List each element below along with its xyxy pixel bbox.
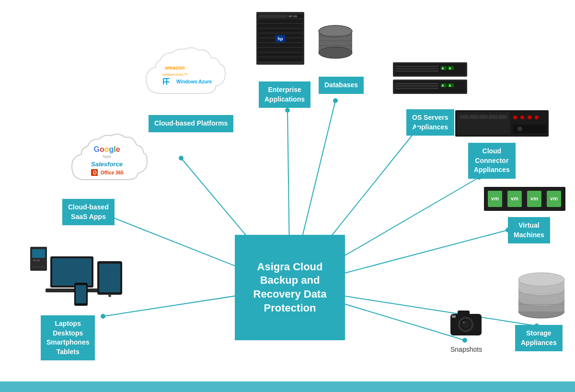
laptops-icon — [26, 237, 132, 316]
databases-icon — [316, 22, 355, 67]
enterprise-apps-dot — [285, 108, 290, 113]
svg-point-34 — [108, 294, 111, 297]
virtual-machines-icon: vm vm vm vm — [484, 187, 568, 215]
svg-text:A: A — [448, 67, 451, 70]
svg-rect-115 — [458, 311, 470, 316]
enterprise-apps-label: EnterpriseApplications — [259, 81, 310, 108]
svg-text:hp: hp — [278, 36, 283, 41]
svg-rect-31 — [46, 288, 98, 292]
storage-dot — [534, 323, 539, 328]
laptops-label: LaptopsDesktopsSmartphonesTablets — [41, 315, 95, 360]
svg-rect-49 — [288, 15, 292, 17]
svg-rect-13 — [164, 79, 166, 81]
cloud-saas-label: Cloud-basedSaaS Apps — [62, 199, 115, 225]
center-title: Asigra Cloud Backup and Recovery Data Pr… — [242, 260, 338, 315]
svg-text:vm: vm — [511, 196, 518, 201]
laptops-dot — [101, 314, 105, 319]
svg-rect-16 — [167, 82, 170, 85]
svg-rect-47 — [258, 58, 303, 61]
svg-point-119 — [463, 322, 465, 323]
svg-rect-25 — [32, 249, 45, 258]
svg-rect-33 — [99, 264, 120, 292]
svg-text:webservices™: webservices™ — [162, 72, 187, 77]
cloud-connector-label: CloudConnectorAppliances — [468, 143, 516, 179]
svg-rect-65 — [395, 70, 438, 72]
svg-point-55 — [319, 47, 352, 58]
svg-text:O: O — [93, 170, 97, 175]
databases-dot — [333, 98, 338, 103]
svg-point-118 — [462, 321, 470, 328]
svg-point-91 — [518, 127, 522, 131]
svg-rect-30 — [52, 258, 92, 286]
svg-rect-85 — [498, 115, 507, 119]
svg-text:Salesforce: Salesforce — [91, 161, 123, 168]
cloud-connector-icon — [455, 110, 551, 143]
svg-text:Office 365: Office 365 — [101, 170, 124, 175]
svg-point-56 — [319, 25, 352, 37]
svg-point-88 — [528, 115, 531, 119]
svg-rect-44 — [258, 43, 303, 47]
svg-rect-28 — [32, 266, 45, 268]
svg-rect-83 — [479, 115, 488, 119]
svg-rect-72 — [395, 83, 438, 84]
svg-rect-74 — [395, 88, 438, 89]
cloud-connector-dot — [477, 175, 482, 180]
svg-text:vm: vm — [530, 196, 538, 201]
svg-rect-36 — [76, 285, 86, 303]
cloud-saas-cloud: Google Apps Salesforce O Office 365 — [65, 122, 149, 194]
svg-rect-14 — [167, 79, 170, 81]
virtual-machines-label: VirtualMachines — [508, 217, 550, 243]
snapshots-dot — [462, 338, 467, 343]
databases-label: Databases — [319, 77, 364, 94]
svg-rect-50 — [293, 15, 297, 17]
svg-rect-82 — [470, 115, 478, 119]
svg-text:A: A — [448, 84, 451, 87]
svg-text:vm: vm — [491, 196, 499, 201]
svg-text:amazon: amazon — [165, 65, 185, 70]
os-servers-label: OS ServersAppliances — [406, 109, 454, 136]
svg-text:Google: Google — [93, 145, 120, 153]
snapshots-label: Snapshots — [450, 345, 482, 355]
svg-rect-15 — [164, 82, 166, 85]
svg-rect-48 — [259, 15, 288, 18]
svg-text:A: A — [441, 67, 444, 70]
virtual-machines-dot — [506, 228, 510, 232]
svg-rect-41 — [258, 29, 303, 33]
svg-rect-45 — [258, 48, 303, 52]
snapshots-icon — [448, 307, 484, 340]
svg-rect-73 — [395, 85, 438, 87]
enterprise-apps-icon: hp — [254, 12, 307, 76]
svg-point-111 — [518, 273, 564, 286]
cloud-platforms-dot — [179, 156, 184, 161]
svg-rect-27 — [37, 260, 40, 261]
center-box: Asigra Cloud Backup and Recovery Data Pr… — [235, 235, 345, 340]
svg-rect-39 — [258, 19, 303, 23]
storage-label: StorageAppliances — [515, 325, 563, 351]
svg-rect-84 — [489, 115, 497, 119]
svg-rect-63 — [395, 66, 438, 67]
svg-text:Windows Azure: Windows Azure — [176, 79, 212, 84]
svg-rect-40 — [258, 24, 303, 28]
svg-rect-81 — [460, 115, 469, 119]
svg-text:A: A — [441, 84, 444, 87]
storage-icon — [515, 266, 568, 323]
svg-point-87 — [520, 115, 524, 119]
cloud-platforms-cloud: amazon webservices™ Windows Azure — [137, 36, 232, 110]
cloud-saas-dot — [105, 213, 110, 218]
os-servers-icon: A A A A — [393, 62, 470, 103]
os-servers-dot — [415, 127, 420, 132]
svg-rect-64 — [395, 68, 438, 69]
svg-text:Apps: Apps — [103, 154, 111, 159]
svg-point-86 — [513, 115, 517, 119]
svg-point-89 — [535, 115, 539, 119]
bottom-bar — [0, 381, 575, 392]
svg-rect-120 — [452, 315, 456, 318]
svg-rect-26 — [33, 260, 36, 261]
cloud-platforms-label: Cloud-based Platforms — [149, 115, 233, 132]
svg-text:vm: vm — [550, 196, 558, 201]
svg-rect-46 — [258, 53, 303, 57]
